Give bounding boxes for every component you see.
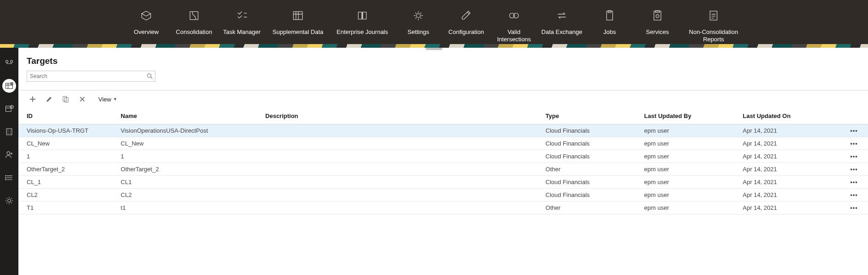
cell-updated-by: epm user — [640, 150, 739, 163]
cell-name[interactable]: VisionOperationsUSA-DirectPost — [117, 124, 262, 137]
topnav-non-consolidation-reports[interactable]: Non-Consolidation Reports — [681, 9, 746, 43]
table-row[interactable]: CL2CL2Cloud Financialsepm userApr 14, 20… — [18, 189, 868, 202]
targets-table: ID Name Description Type Last Updated By… — [18, 108, 868, 214]
delete-button[interactable] — [78, 95, 86, 103]
cell-updated-by: epm user — [640, 189, 739, 202]
cell-name[interactable]: OtherTarget_2 — [117, 163, 262, 176]
topnav-consolidation[interactable]: Consolidation — [170, 9, 218, 43]
topnav-label: Services — [646, 28, 669, 36]
cell-type: Cloud Financials — [542, 176, 641, 189]
cell-name[interactable]: CL1 — [117, 176, 262, 189]
sidebar-schedule-icon[interactable] — [2, 102, 16, 116]
topnav-jobs[interactable]: Jobs — [586, 9, 634, 43]
cell-id[interactable]: T1 — [18, 202, 117, 214]
cell-id[interactable]: CL_1 — [18, 176, 117, 189]
sidebar-list-icon[interactable] — [2, 171, 16, 185]
topnav-supplemental-data[interactable]: Supplemental Data — [266, 9, 330, 43]
cell-description — [262, 202, 542, 214]
svg-rect-8 — [656, 11, 660, 12]
cell-name[interactable]: CL_New — [117, 137, 262, 150]
topnav-label: Consolidation — [176, 28, 212, 36]
left-sidebar — [0, 48, 18, 275]
svg-point-20 — [6, 177, 6, 178]
col-updated-by[interactable]: Last Updated By — [640, 108, 739, 124]
cell-updated-on: Apr 14, 2021 — [739, 137, 840, 150]
topnav-data-exchange[interactable]: Data Exchange — [538, 9, 586, 43]
cell-name[interactable]: CL2 — [117, 189, 262, 202]
svg-rect-6 — [608, 11, 611, 12]
row-actions-button[interactable]: ••• — [840, 189, 868, 202]
row-actions-button[interactable]: ••• — [840, 176, 868, 189]
topnav-label: Data Exchange — [542, 28, 582, 36]
cell-description — [262, 189, 542, 202]
search-input[interactable] — [27, 71, 155, 82]
cell-id[interactable]: 1 — [18, 150, 117, 163]
table-row[interactable]: Visions-Op-USA-TRGTVisionOperationsUSA-D… — [18, 124, 868, 137]
cell-updated-on: Apr 14, 2021 — [739, 150, 840, 163]
svg-point-19 — [6, 175, 6, 176]
row-actions-button[interactable]: ••• — [840, 163, 868, 176]
sidebar-add-user-icon[interactable] — [2, 148, 16, 162]
topnav-valid-intersections[interactable]: Valid Intersections — [490, 9, 538, 43]
topnav-label: Overview — [134, 28, 159, 36]
topnav-icon — [140, 9, 153, 22]
decorative-strip — [0, 44, 868, 48]
topnav-label: Valid Intersections — [490, 28, 538, 43]
cell-id[interactable]: CL_New — [18, 137, 117, 150]
search-icon[interactable] — [146, 73, 154, 80]
topnav-task-manager[interactable]: Task Manager — [218, 9, 266, 43]
table-row[interactable]: OtherTarget_2OtherTarget_2Otherepm userA… — [18, 163, 868, 176]
sidebar-building-icon[interactable] — [2, 125, 16, 139]
cell-name[interactable]: 1 — [117, 150, 262, 163]
cell-updated-by: epm user — [640, 202, 739, 214]
cell-type: Other — [542, 163, 641, 176]
table-row[interactable]: 11Cloud Financialsepm userApr 14, 2021••… — [18, 150, 868, 163]
topnav-configuration[interactable]: Configuration — [442, 9, 490, 43]
sidebar-node-icon[interactable] — [2, 56, 16, 70]
sidebar-settings-icon[interactable] — [2, 194, 16, 208]
topnav-label: Configuration — [448, 28, 484, 36]
topnav-services[interactable]: Services — [634, 9, 681, 43]
view-menu-button[interactable]: View ▼ — [98, 96, 117, 103]
topnav-icon — [188, 9, 200, 22]
col-type[interactable]: Type — [542, 108, 641, 124]
topnav-icon — [508, 9, 520, 22]
sidebar-targets-icon[interactable] — [2, 79, 16, 93]
table-row[interactable]: CL_NewCL_NewCloud Financialsepm userApr … — [18, 137, 868, 150]
cell-name[interactable]: t1 — [117, 202, 262, 214]
col-description[interactable]: Description — [262, 108, 542, 124]
topnav-icon — [707, 9, 720, 22]
table-toolbar: View ▼ — [18, 90, 868, 108]
topnav-label: Settings — [408, 28, 429, 36]
col-name[interactable]: Name — [117, 108, 262, 124]
row-actions-button[interactable]: ••• — [840, 202, 868, 214]
topnav-label: Jobs — [603, 28, 616, 36]
row-actions-button[interactable]: ••• — [840, 137, 868, 150]
topnav-settings[interactable]: Settings — [394, 9, 442, 43]
cell-description — [262, 124, 542, 137]
table-row[interactable]: CL_1CL1Cloud Financialsepm userApr 14, 2… — [18, 176, 868, 189]
cell-updated-by: epm user — [640, 137, 739, 150]
cell-updated-by: epm user — [640, 176, 739, 189]
svg-point-9 — [656, 15, 659, 18]
cell-id[interactable]: Visions-Op-USA-TRGT — [18, 124, 117, 137]
topnav-overview[interactable]: Overview — [122, 9, 170, 43]
cell-description — [262, 176, 542, 189]
row-actions-button[interactable]: ••• — [840, 150, 868, 163]
table-row[interactable]: T1t1Otherepm userApr 14, 2021••• — [18, 202, 868, 214]
row-actions-button[interactable]: ••• — [840, 124, 868, 137]
copy-button[interactable] — [62, 95, 70, 103]
topnav-icon — [555, 9, 568, 22]
cell-id[interactable]: CL2 — [18, 189, 117, 202]
col-id[interactable]: ID — [18, 108, 117, 124]
topnav-enterprise-journals[interactable]: Enterprise Journals — [330, 9, 394, 43]
edit-button[interactable] — [45, 95, 53, 103]
cell-updated-on: Apr 14, 2021 — [739, 163, 840, 176]
add-button[interactable] — [29, 95, 37, 103]
cell-description — [262, 150, 542, 163]
cell-type: Other — [542, 202, 641, 214]
col-updated-on[interactable]: Last Updated On — [739, 108, 840, 124]
cell-updated-on: Apr 14, 2021 — [739, 202, 840, 214]
svg-point-12 — [11, 60, 13, 62]
cell-id[interactable]: OtherTarget_2 — [18, 163, 117, 176]
